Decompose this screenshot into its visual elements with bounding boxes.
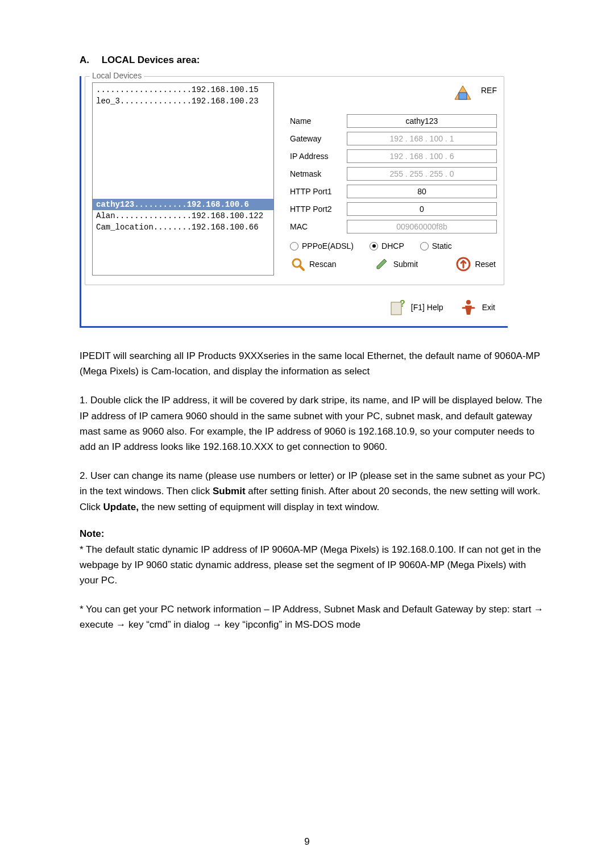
submit-button[interactable]: Submit <box>374 256 418 272</box>
page-number: 9 <box>0 836 614 848</box>
pppoe-radio-label: PPPoE(ADSL) <box>302 241 354 251</box>
ref-label: REF <box>481 82 497 95</box>
netmask-field: 255 . 255 . 255 . 0 <box>347 167 497 181</box>
gateway-label: Gateway <box>290 134 347 143</box>
static-radio[interactable]: Static <box>420 241 452 251</box>
exit-button[interactable]: Exit <box>460 299 495 316</box>
svg-rect-0 <box>459 93 467 99</box>
network-icon <box>453 82 473 103</box>
magnifier-icon <box>290 256 306 272</box>
dhcp-radio[interactable]: DHCP <box>370 241 404 251</box>
svg-text:?: ? <box>400 299 405 308</box>
exit-icon <box>460 299 476 316</box>
list-item[interactable]: Cam_location........192.168.100.66 <box>93 222 273 233</box>
paragraph-intro: IPEDIT will searching all IP Products 9X… <box>80 348 546 379</box>
httpport1-field[interactable] <box>347 185 497 198</box>
exit-label: Exit <box>482 303 495 312</box>
httpport1-label: HTTP Port1 <box>290 187 347 196</box>
mac-label: MAC <box>290 222 347 231</box>
ipedit-dialog: Local Devices ....................192.16… <box>80 76 508 328</box>
section-heading: A. LOCAL Devices area: <box>80 55 546 66</box>
svg-line-2 <box>300 266 304 270</box>
paragraph-step2: 2. User can change its name (please use … <box>80 468 546 515</box>
dhcp-radio-label: DHCP <box>381 241 404 251</box>
name-field[interactable] <box>347 114 497 128</box>
pencil-icon <box>374 256 390 272</box>
pppoe-radio[interactable]: PPPoE(ADSL) <box>290 241 354 251</box>
paragraph-step1: 1. Double click the IP address, it will … <box>80 393 546 454</box>
svg-point-6 <box>466 300 471 304</box>
local-devices-fieldset: Local Devices ....................192.16… <box>85 76 504 285</box>
name-label: Name <box>290 116 347 126</box>
static-radio-label: Static <box>432 241 452 251</box>
rescan-button[interactable]: Rescan <box>290 256 336 272</box>
heading-letter: A. <box>80 55 99 66</box>
netmask-label: Netmask <box>290 169 347 178</box>
ipaddress-label: IP Address <box>290 152 347 161</box>
httpport2-field[interactable] <box>347 202 497 216</box>
list-item[interactable]: Alan................192.168.100.122 <box>93 210 273 222</box>
list-item-selected[interactable]: cathy123...........192.168.100.6 <box>93 199 273 210</box>
list-item[interactable]: ....................192.168.100.15 <box>93 84 273 95</box>
ipaddress-field: 192 . 168 . 100 . 6 <box>347 149 497 163</box>
help-button[interactable]: ? [F1] Help <box>389 299 443 316</box>
reset-button[interactable]: Reset <box>455 256 496 272</box>
submit-label: Submit <box>393 260 418 269</box>
paragraph-note2: * You can get your PC network informatio… <box>80 602 546 632</box>
rescan-label: Rescan <box>309 260 336 269</box>
reset-label: Reset <box>475 260 496 269</box>
note-heading: Note: <box>80 528 546 540</box>
paragraph-note1: * The default static dynamic IP address … <box>80 542 546 589</box>
fieldset-legend: Local Devices <box>90 71 144 80</box>
help-label: [F1] Help <box>411 303 443 312</box>
device-list[interactable]: ....................192.168.100.15 leo_3… <box>92 82 274 276</box>
mac-field: 009060000f8b <box>347 220 497 233</box>
help-icon: ? <box>389 299 405 316</box>
up-arrow-icon <box>455 256 471 272</box>
httpport2-label: HTTP Port2 <box>290 205 347 214</box>
heading-text: LOCAL Devices area: <box>102 55 200 65</box>
gateway-field: 192 . 168 . 100 . 1 <box>347 132 497 145</box>
list-item[interactable]: leo_3...............192.168.100.23 <box>93 95 273 107</box>
